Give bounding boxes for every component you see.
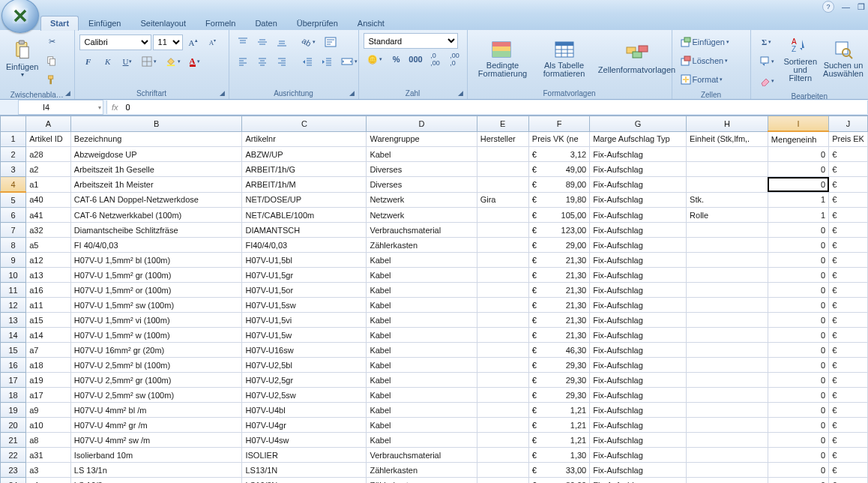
cell-E4[interactable] (477, 177, 528, 193)
cell-D11[interactable]: Kabel (367, 283, 477, 298)
col-header-D[interactable]: D (367, 116, 477, 132)
dialog-launcher-icon[interactable]: ◢ (218, 88, 227, 98)
cell-F3[interactable]: 49,00 (528, 162, 589, 177)
cell-J5[interactable]: € (829, 192, 868, 208)
row-header-19[interactable]: 19 (1, 403, 26, 418)
align-top-button[interactable] (234, 33, 252, 51)
cell-I14[interactable]: 0 (768, 328, 828, 343)
cell-C1[interactable]: Artikelnr (242, 131, 367, 147)
shrink-font-button[interactable]: A▾ (204, 33, 222, 51)
row-header-22[interactable]: 22 (1, 448, 26, 463)
cell-D23[interactable]: Zählerkasten (367, 463, 477, 478)
cell-J13[interactable]: € (829, 313, 868, 328)
cell-G18[interactable]: Fix-Aufschlag (590, 388, 687, 403)
cell-G23[interactable]: Fix-Aufschlag (590, 463, 687, 478)
col-header-A[interactable]: A (26, 116, 71, 132)
row-header-13[interactable]: 13 (1, 313, 26, 328)
cell-C17[interactable]: H07V-U2,5gr (242, 373, 367, 388)
align-bottom-button[interactable] (273, 33, 291, 51)
format-painter-button[interactable] (43, 71, 61, 89)
increase-decimal-button[interactable]: ,0,00 (427, 50, 444, 68)
cell-J24[interactable]: € (829, 478, 868, 484)
row-header-12[interactable]: 12 (1, 298, 26, 313)
cell-J8[interactable]: € (829, 238, 868, 253)
bold-button[interactable]: F (79, 52, 97, 70)
row-header-10[interactable]: 10 (1, 268, 26, 283)
cell-G15[interactable]: Fix-Aufschlag (590, 343, 687, 358)
cell-B9[interactable]: H07V-U 1,5mm² bl (100m) (70, 253, 242, 268)
cell-C21[interactable]: H07V-U4sw (242, 433, 367, 448)
cell-B17[interactable]: H07V-U 2,5mm² gr (100m) (70, 373, 242, 388)
cell-F17[interactable]: 29,30 (528, 373, 589, 388)
cell-H8[interactable] (687, 238, 768, 253)
cell-E3[interactable] (477, 162, 528, 177)
align-middle-button[interactable] (253, 33, 271, 51)
cell-C4[interactable]: ARBEIT/1h/M (242, 177, 367, 193)
cell-I19[interactable]: 0 (768, 403, 828, 418)
cell-J7[interactable]: € (829, 223, 868, 238)
find-select-button[interactable]: Suchen un Auswählen (822, 32, 865, 84)
cell-J15[interactable]: € (829, 343, 868, 358)
cell-C15[interactable]: H07V-U16sw (242, 343, 367, 358)
borders-button[interactable]: ▾ (138, 52, 160, 70)
cell-C22[interactable]: ISOLIER (242, 448, 367, 463)
minimize-button[interactable]: — (842, 2, 850, 11)
cell-E20[interactable] (477, 418, 528, 433)
cell-J9[interactable]: € (829, 253, 868, 268)
cell-A19[interactable]: a9 (26, 403, 71, 418)
cell-styles-button[interactable]: Zellenformatvorlagen (594, 32, 681, 84)
cell-A23[interactable]: a3 (26, 463, 71, 478)
row-header-1[interactable]: 1 (1, 131, 26, 147)
cut-button[interactable]: ✂ (43, 32, 61, 50)
percent-format-button[interactable]: % (388, 50, 406, 68)
cell-B15[interactable]: H07V-U 16mm² gr (20m) (70, 343, 242, 358)
col-header-C[interactable]: C (242, 116, 367, 132)
cell-I7[interactable]: 0 (768, 223, 828, 238)
cell-E23[interactable] (477, 463, 528, 478)
cell-A22[interactable]: a31 (26, 448, 71, 463)
delete-cells-button[interactable]: Löschen▾ (677, 52, 750, 70)
cell-A9[interactable]: a12 (26, 253, 71, 268)
cell-B24[interactable]: LS 16/3n (70, 478, 242, 484)
cell-F5[interactable]: 19,80 (528, 192, 589, 208)
cell-B1[interactable]: Bezeichnung (70, 131, 242, 147)
cell-F24[interactable]: 80,00 (528, 478, 589, 484)
cell-C20[interactable]: H07V-U4gr (242, 418, 367, 433)
cell-I6[interactable]: 1 (768, 208, 828, 223)
cell-E12[interactable] (477, 298, 528, 313)
cell-A5[interactable]: a40 (26, 192, 71, 208)
cell-A16[interactable]: a18 (26, 358, 71, 373)
underline-button[interactable]: U▾ (118, 52, 136, 70)
cell-G9[interactable]: Fix-Aufschlag (590, 253, 687, 268)
cell-C23[interactable]: LS13/1N (242, 463, 367, 478)
cell-H17[interactable] (687, 373, 768, 388)
cell-C9[interactable]: H07V-U1,5bl (242, 253, 367, 268)
tab-daten[interactable]: Daten (245, 16, 286, 31)
cell-J18[interactable]: € (829, 388, 868, 403)
col-header-B[interactable]: B (70, 116, 242, 132)
cell-H20[interactable] (687, 418, 768, 433)
cell-E9[interactable] (477, 253, 528, 268)
cell-I18[interactable]: 0 (768, 388, 828, 403)
cell-D24[interactable]: Zählerkasten (367, 478, 477, 484)
cell-A17[interactable]: a19 (26, 373, 71, 388)
cell-I16[interactable]: 0 (768, 358, 828, 373)
cell-I17[interactable]: 0 (768, 373, 828, 388)
cell-J14[interactable]: € (829, 328, 868, 343)
cell-A14[interactable]: a14 (26, 328, 71, 343)
cell-G1[interactable]: Marge Aufschlag Typ (590, 131, 687, 147)
restore-button[interactable]: ❐ (858, 2, 865, 12)
clear-button[interactable]: ▾ (756, 72, 778, 90)
col-header-E[interactable]: E (477, 116, 528, 132)
cell-D6[interactable]: Netzwerk (367, 208, 477, 223)
cell-G12[interactable]: Fix-Aufschlag (590, 298, 687, 313)
cell-H2[interactable] (687, 147, 768, 162)
row-header-16[interactable]: 16 (1, 358, 26, 373)
worksheet-grid[interactable]: ABCDEFGHIJ1Artikel IDBezeichnungArtikeln… (0, 116, 868, 483)
help-icon[interactable]: ? (822, 1, 834, 13)
cell-A4[interactable]: a1 (26, 177, 71, 193)
cell-B19[interactable]: H07V-U 4mm² bl /m (70, 403, 242, 418)
cell-B12[interactable]: H07V-U 1,5mm² sw (100m) (70, 298, 242, 313)
cell-I23[interactable]: 0 (768, 463, 828, 478)
cell-G8[interactable]: Fix-Aufschlag (590, 238, 687, 253)
